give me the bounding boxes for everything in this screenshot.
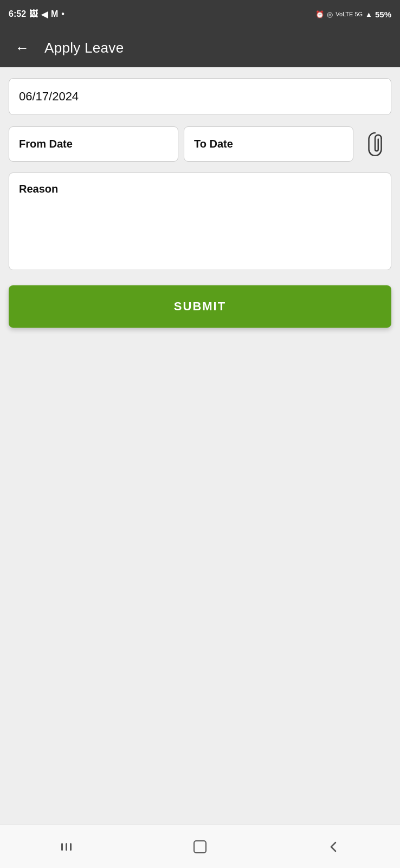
date-row: From Date To Date [9,125,391,163]
app-bar: ← Apply Leave [0,28,400,67]
svg-rect-0 [61,843,63,851]
content-area: 06/17/2024 From Date To Date Reason SUBM… [0,67,400,825]
home-circle-icon [192,839,208,854]
from-date-input[interactable]: From Date [9,126,178,162]
svg-rect-3 [194,841,206,853]
status-time-icons: 6:52 🖼 ◀ M • [9,9,64,20]
svg-rect-2 [70,843,72,851]
back-chevron-icon [326,839,341,854]
battery-text: 55% [375,10,391,19]
paperclip-icon [365,132,385,156]
nav-home-button[interactable] [182,834,218,860]
menu-icon [59,839,74,854]
svg-rect-1 [66,843,67,851]
signal-icon: ▲ [365,10,372,18]
status-right-icons: ⏰ ◎ VoLTE 5G ▲ 55% [315,10,391,19]
to-date-input[interactable]: To Date [184,126,353,162]
reason-field[interactable]: Reason [9,173,391,270]
back-button[interactable]: ← [11,39,34,57]
mail-icon: M [51,9,58,19]
nav-menu-button[interactable] [48,834,85,860]
reason-label: Reason [19,183,381,195]
navigation-icon: ◀ [41,9,48,20]
page-title: Apply Leave [44,40,124,56]
dot-icon: • [61,9,64,19]
photo-icon: 🖼 [29,9,38,19]
submit-button[interactable]: SUBMIT [9,285,391,328]
volte-icon: VoLTE 5G [336,11,363,17]
attachment-button[interactable] [359,125,391,163]
nav-bar [0,825,400,868]
nav-back-button[interactable] [315,834,352,860]
status-time: 6:52 [9,9,26,19]
status-bar: 6:52 🖼 ◀ M • ⏰ ◎ VoLTE 5G ▲ 55% [0,0,400,28]
alarm-icon: ⏰ [315,10,324,18]
focus-icon: ◎ [327,10,333,18]
current-date-field[interactable]: 06/17/2024 [9,78,391,115]
